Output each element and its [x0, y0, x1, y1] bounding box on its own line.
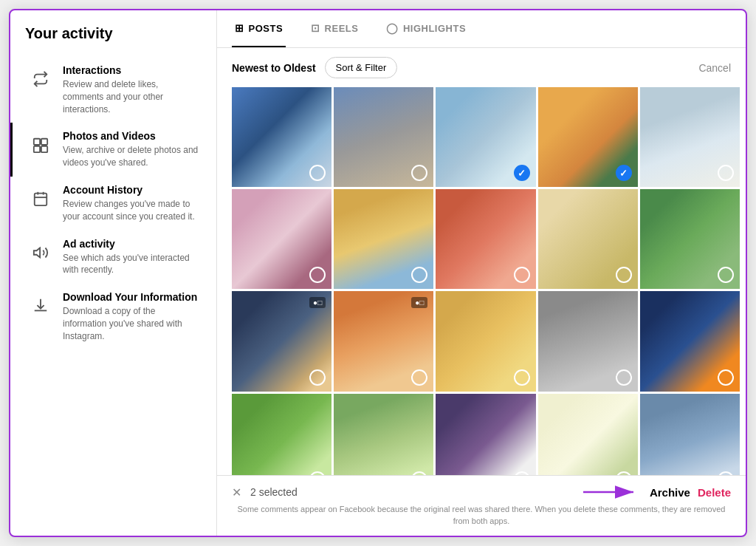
calendar-icon — [27, 185, 54, 212]
select-circle-20[interactable] — [718, 471, 734, 475]
photo-cell-3[interactable] — [436, 87, 535, 187]
select-circle-4[interactable] — [616, 165, 632, 181]
photo-cell-5[interactable] — [640, 87, 740, 187]
select-circle-5[interactable] — [718, 165, 734, 181]
photo-cell-17[interactable] — [334, 394, 433, 476]
select-circle-11[interactable] — [309, 369, 326, 386]
photos-label: Photos and Videos — [63, 130, 202, 142]
svg-rect-3 — [41, 146, 47, 152]
select-circle-8[interactable] — [514, 267, 530, 283]
filter-bar: Newest to Oldest Sort & Filter Cancel — [217, 48, 746, 87]
svg-rect-2 — [34, 146, 40, 152]
tab-posts[interactable]: ⊞ POSTS — [232, 10, 286, 47]
photo-cell-16[interactable] — [232, 394, 331, 476]
select-circle-17[interactable] — [411, 471, 427, 475]
sort-label: Newest to Oldest — [232, 62, 316, 74]
select-circle-1[interactable] — [309, 165, 326, 181]
arrow-icon — [583, 485, 642, 499]
select-circle-13[interactable] — [514, 369, 530, 386]
select-circle-12[interactable] — [411, 369, 427, 386]
bottom-notice: Some comments appear on Facebook because… — [232, 504, 731, 527]
select-circle-19[interactable] — [616, 471, 632, 475]
account-history-desc: Review changes you've made to your accou… — [63, 198, 202, 223]
sidebar-item-photos[interactable]: Photos and Videos View, archive or delet… — [10, 123, 216, 177]
sidebar-item-account-history[interactable]: Account History Review changes you've ma… — [10, 177, 216, 231]
photo-cell-2[interactable] — [334, 87, 433, 187]
sidebar-item-ad-activity[interactable]: Ad activity See which ads you've interac… — [10, 231, 216, 284]
interactions-desc: Review and delete likes, comments and yo… — [63, 78, 202, 115]
bottom-bar: ✕ 2 selected Archive Delete Some — [217, 475, 746, 536]
select-circle-15[interactable] — [718, 369, 734, 386]
svg-marker-8 — [34, 248, 40, 257]
interactions-icon — [27, 66, 54, 92]
sidebar-item-interactions[interactable]: Interactions Review and delete likes, co… — [10, 57, 216, 123]
tab-reels-label: REELS — [325, 23, 359, 34]
download-desc: Download a copy of the information you'v… — [63, 305, 202, 342]
tab-highlights[interactable]: ◯ HIGHLIGHTS — [383, 10, 469, 47]
photo-grid-container: ●□●□ — [217, 87, 746, 475]
tab-reels[interactable]: ⊡ REELS — [308, 10, 361, 47]
svg-rect-0 — [34, 139, 40, 145]
photos-desc: View, archive or delete photos and video… — [63, 144, 202, 169]
tabs-bar: ⊞ POSTS ⊡ REELS ◯ HIGHLIGHTS — [217, 10, 746, 48]
photos-icon — [27, 132, 54, 158]
sidebar: Your activity Interactions Review and de… — [10, 10, 217, 536]
photo-cell-10[interactable] — [640, 189, 740, 289]
photo-cell-4[interactable] — [538, 87, 638, 187]
photo-cell-1[interactable] — [232, 87, 331, 187]
selected-count: 2 selected — [250, 486, 574, 498]
archive-badge-12: ●□ — [411, 297, 427, 308]
photo-cell-15[interactable] — [640, 291, 740, 391]
interactions-label: Interactions — [63, 64, 202, 76]
arrow-container: Archive Delete — [583, 485, 731, 499]
svg-rect-4 — [35, 194, 47, 206]
photo-cell-8[interactable] — [436, 189, 535, 289]
cancel-button[interactable]: Cancel — [698, 62, 731, 74]
download-icon — [27, 293, 54, 319]
deselect-button[interactable]: ✕ — [232, 485, 241, 499]
photo-cell-18[interactable] — [436, 394, 535, 476]
photo-cell-11[interactable]: ●□ — [232, 291, 331, 391]
reel-icon: ⊡ — [311, 22, 320, 34]
archive-button[interactable]: Archive — [650, 486, 690, 499]
photo-grid: ●□●□ — [232, 87, 740, 475]
photo-cell-20[interactable] — [640, 394, 740, 476]
sort-filter-button[interactable]: Sort & Filter — [325, 57, 398, 78]
photo-cell-12[interactable]: ●□ — [334, 291, 433, 391]
select-circle-14[interactable] — [616, 369, 632, 386]
delete-button[interactable]: Delete — [698, 486, 731, 499]
ad-activity-label: Ad activity — [63, 238, 202, 250]
select-circle-18[interactable] — [514, 471, 530, 475]
select-circle-6[interactable] — [309, 267, 326, 283]
photo-cell-19[interactable] — [538, 394, 638, 476]
svg-rect-1 — [41, 139, 47, 145]
select-circle-3[interactable] — [514, 165, 530, 181]
sidebar-item-download-info[interactable]: Download Your Information Download a cop… — [10, 284, 216, 349]
photo-cell-13[interactable] — [436, 291, 535, 391]
tab-posts-label: POSTS — [249, 23, 284, 34]
grid-icon: ⊞ — [235, 22, 244, 34]
select-circle-10[interactable] — [718, 267, 734, 283]
circle-icon: ◯ — [386, 22, 399, 34]
archive-badge-11: ●□ — [309, 297, 326, 308]
download-label: Download Your Information — [63, 291, 202, 303]
photo-cell-6[interactable] — [232, 189, 331, 289]
bottom-actions: ✕ 2 selected Archive Delete — [232, 485, 731, 499]
account-history-label: Account History — [63, 184, 202, 196]
photo-cell-14[interactable] — [538, 291, 638, 391]
ad-activity-desc: See which ads you've interacted with rec… — [63, 252, 202, 277]
main-content: ⊞ POSTS ⊡ REELS ◯ HIGHLIGHTS Newest to O… — [217, 10, 746, 536]
select-circle-16[interactable] — [309, 471, 326, 475]
photo-cell-7[interactable] — [334, 189, 433, 289]
megaphone-icon — [27, 239, 54, 266]
select-circle-9[interactable] — [616, 267, 632, 283]
sidebar-title: Your activity — [10, 25, 216, 57]
select-circle-2[interactable] — [411, 165, 427, 181]
select-circle-7[interactable] — [411, 267, 427, 283]
app-container: Your activity Interactions Review and de… — [9, 9, 747, 537]
tab-highlights-label: HIGHLIGHTS — [403, 23, 466, 34]
photo-cell-9[interactable] — [538, 189, 638, 289]
